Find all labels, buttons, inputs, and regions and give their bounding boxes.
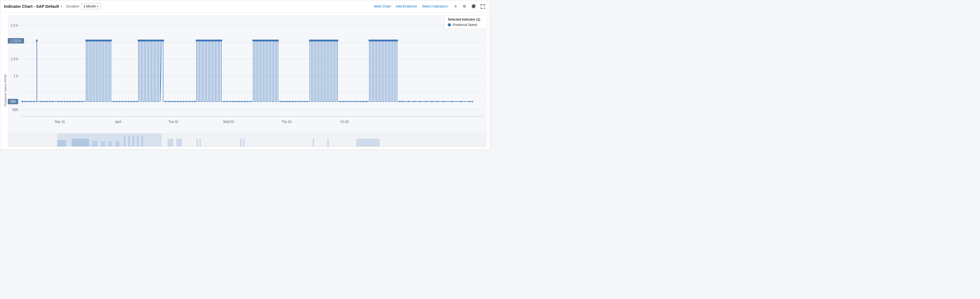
main-chart-svg: 2.5 k 2 k 1.5 k 1 k 500 2.213 k 699 Mar … bbox=[8, 15, 487, 133]
svg-point-69 bbox=[125, 101, 126, 102]
overview-area[interactable]: Mar 31 Apr 07 Apr 14 Apr 21 bbox=[8, 133, 487, 149]
svg-point-72 bbox=[134, 101, 135, 102]
svg-point-191 bbox=[363, 101, 364, 102]
legend-area: Selected Indicator (1) Rotational Speed bbox=[444, 15, 487, 29]
svg-point-131 bbox=[247, 101, 248, 102]
svg-point-223 bbox=[452, 101, 453, 102]
chart-inner: Selected Indicator (1) Rotational Speed bbox=[8, 15, 487, 149]
svg-rect-231 bbox=[92, 141, 98, 147]
svg-point-189 bbox=[357, 101, 358, 102]
svg-point-99 bbox=[183, 101, 184, 102]
svg-point-129 bbox=[241, 101, 242, 102]
svg-point-125 bbox=[229, 101, 231, 102]
svg-point-190 bbox=[360, 101, 361, 102]
svg-text:Mar 31: Mar 31 bbox=[55, 120, 65, 124]
svg-text:1 k: 1 k bbox=[14, 73, 18, 78]
svg-point-222 bbox=[443, 101, 444, 102]
legend-item-label: Rotational Speed bbox=[453, 23, 477, 27]
svg-rect-248 bbox=[356, 139, 380, 147]
svg-point-96 bbox=[174, 101, 175, 102]
svg-text:Thu 04: Thu 04 bbox=[282, 120, 292, 124]
svg-rect-243 bbox=[199, 139, 201, 147]
chart-title: Indicator Chart - SAP Default bbox=[4, 4, 59, 8]
svg-rect-239 bbox=[142, 136, 143, 147]
svg-point-97 bbox=[177, 101, 178, 102]
svg-rect-245 bbox=[243, 139, 244, 147]
svg-rect-238 bbox=[137, 136, 138, 147]
svg-point-124 bbox=[226, 101, 228, 102]
svg-point-67 bbox=[119, 101, 120, 102]
svg-point-100 bbox=[186, 101, 187, 102]
add-evidence-button[interactable]: Add Evidence bbox=[396, 4, 417, 8]
svg-point-221 bbox=[437, 101, 438, 102]
duration-value: 1 Month bbox=[83, 4, 96, 8]
svg-point-192 bbox=[366, 101, 367, 102]
svg-point-40 bbox=[67, 101, 68, 102]
svg-point-121 bbox=[220, 40, 222, 42]
svg-point-91 bbox=[162, 40, 164, 42]
svg-text:699: 699 bbox=[10, 99, 16, 104]
svg-point-154 bbox=[286, 101, 287, 102]
svg-point-157 bbox=[295, 101, 296, 102]
svg-text:Fri 05: Fri 05 bbox=[340, 120, 349, 124]
svg-rect-235 bbox=[124, 136, 126, 147]
svg-point-185 bbox=[346, 101, 347, 102]
svg-rect-246 bbox=[313, 139, 314, 147]
svg-point-183 bbox=[340, 101, 341, 102]
svg-point-217 bbox=[414, 101, 415, 102]
svg-point-225 bbox=[469, 101, 470, 102]
svg-point-186 bbox=[348, 101, 350, 102]
svg-point-63 bbox=[110, 40, 112, 42]
svg-point-37 bbox=[58, 101, 59, 102]
expand-icon[interactable] bbox=[480, 3, 486, 9]
svg-point-29 bbox=[33, 101, 35, 102]
svg-point-152 bbox=[280, 101, 281, 102]
svg-rect-230 bbox=[72, 139, 89, 147]
svg-point-102 bbox=[192, 101, 193, 102]
svg-point-43 bbox=[75, 101, 76, 102]
svg-point-32 bbox=[44, 101, 45, 102]
svg-rect-232 bbox=[101, 141, 105, 147]
duration-select[interactable]: 1 Month ▾ bbox=[81, 3, 101, 9]
svg-rect-229 bbox=[57, 140, 66, 147]
svg-point-153 bbox=[283, 101, 284, 102]
svg-point-27 bbox=[27, 101, 29, 102]
svg-point-226 bbox=[472, 101, 473, 102]
svg-point-42 bbox=[72, 101, 73, 102]
header-right: Multi Chart Add Evidence Select Indicato… bbox=[374, 3, 486, 9]
svg-point-35 bbox=[52, 101, 53, 102]
duration-chevron-icon: ▾ bbox=[97, 5, 99, 8]
svg-point-188 bbox=[354, 101, 355, 102]
header-icons: ≡ bbox=[452, 3, 486, 9]
chart-area: Rotational Speed (RPM) Selected Indicato… bbox=[0, 13, 490, 149]
svg-point-128 bbox=[238, 101, 239, 102]
svg-rect-242 bbox=[196, 139, 198, 147]
svg-rect-234 bbox=[115, 141, 119, 147]
svg-rect-236 bbox=[128, 136, 130, 147]
svg-text:Wed 03: Wed 03 bbox=[223, 120, 234, 124]
legend-title: Selected Indicator (1) bbox=[448, 17, 484, 21]
svg-point-28 bbox=[30, 101, 32, 102]
legend-item: Rotational Speed bbox=[448, 23, 484, 27]
svg-text:1.5 k: 1.5 k bbox=[11, 57, 18, 61]
svg-point-126 bbox=[232, 101, 233, 102]
settings-icon[interactable] bbox=[471, 3, 477, 9]
duration-group: Duration 1 Month ▾ bbox=[66, 3, 101, 9]
chart-container: Indicator Chart - SAP Default ▾ Duration… bbox=[0, 0, 490, 149]
history-icon[interactable] bbox=[461, 3, 468, 9]
list-icon[interactable]: ≡ bbox=[452, 3, 459, 9]
multi-chart-button[interactable]: Multi Chart bbox=[374, 4, 391, 8]
svg-point-34 bbox=[49, 101, 50, 102]
svg-point-150 bbox=[277, 40, 279, 42]
select-indicators-button[interactable]: Select Indicators bbox=[422, 4, 447, 8]
svg-point-26 bbox=[25, 101, 25, 102]
svg-point-155 bbox=[289, 101, 290, 102]
svg-point-159 bbox=[301, 101, 302, 102]
svg-point-156 bbox=[292, 101, 293, 102]
overview-svg bbox=[8, 133, 487, 149]
svg-point-94 bbox=[169, 101, 169, 102]
title-chevron-icon[interactable]: ▾ bbox=[61, 5, 62, 8]
svg-point-71 bbox=[131, 101, 132, 102]
svg-point-160 bbox=[304, 101, 304, 102]
main-chart[interactable]: 2.5 k 2 k 1.5 k 1 k 500 2.213 k 699 Mar … bbox=[8, 15, 487, 133]
